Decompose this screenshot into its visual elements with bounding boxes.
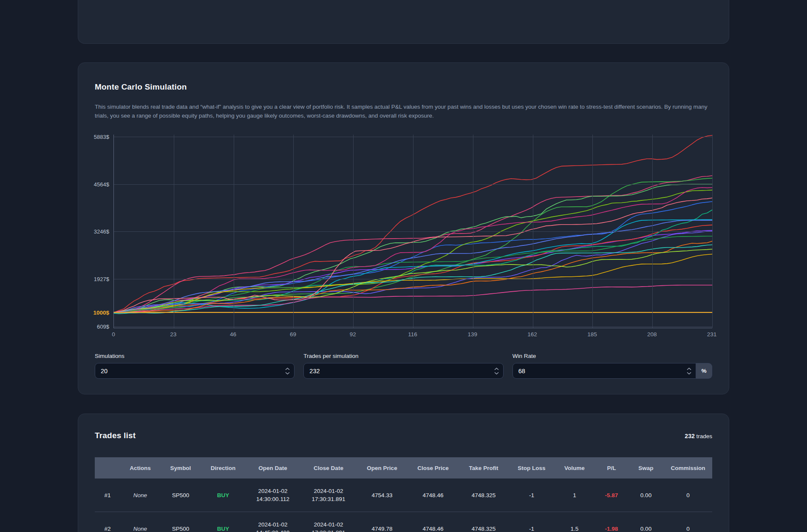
x-tick-label: 116 — [408, 331, 417, 338]
column-header: Swap — [629, 465, 663, 471]
row-id: #1 — [95, 491, 120, 499]
x-tick-label: 208 — [647, 331, 657, 338]
x-tick-label: 69 — [290, 331, 296, 338]
x-tick-label: 23 — [170, 331, 176, 338]
swap-cell: 0.00 — [629, 525, 663, 532]
chevron-down-icon — [687, 372, 691, 374]
take-profit-cell: 4748.325 — [459, 525, 509, 532]
y-tick-label: 609$ — [97, 324, 109, 330]
open-price-cell: 4749.78 — [357, 525, 408, 532]
chevron-up-icon — [285, 368, 290, 370]
chevron-up-icon — [494, 368, 499, 370]
close-price-cell: 4748.46 — [408, 525, 459, 532]
win-rate-input[interactable] — [513, 363, 696, 379]
column-header: Open Price — [357, 465, 408, 471]
open-price-cell: 4754.33 — [357, 491, 408, 499]
simulation-inputs: Simulations Trades per simulation — [95, 353, 712, 379]
column-header: Stop Loss — [509, 465, 555, 471]
column-header: Take Profit — [459, 465, 509, 471]
horizontal-gridline — [114, 137, 712, 137]
swap-cell: 0.00 — [629, 491, 663, 499]
chevron-up-icon — [687, 368, 691, 370]
y-tick-label: 5883$ — [94, 133, 109, 140]
previous-card-partial — [78, 0, 729, 44]
trades-count: 232 trades — [685, 433, 712, 439]
trades-list-header: Trades list 232 trades — [95, 431, 712, 440]
simulations-field: Simulations — [95, 353, 294, 379]
horizontal-gridline — [114, 184, 712, 185]
trades-per-simulation-control — [303, 363, 503, 379]
open-date-cell: 2024-01-0214:45:00.400 — [245, 521, 300, 532]
stop-loss-cell: -1 — [509, 525, 555, 532]
trades-count-number: 232 — [685, 433, 694, 439]
simulations-control — [95, 363, 294, 379]
table-row: #2NoneSP500BUY2024-01-0214:45:00.4002024… — [95, 512, 712, 532]
x-tick-label: 92 — [350, 331, 356, 338]
trades-list-card: Trades list 232 trades ActionsSymbolDire… — [78, 414, 729, 532]
close-price-cell: 4748.46 — [408, 491, 459, 499]
x-tick-label: 46 — [230, 331, 236, 338]
simulations-stepper[interactable] — [285, 368, 290, 374]
monte-carlo-description: This simulator blends real trade data an… — [95, 103, 712, 120]
take-profit-cell: 4748.325 — [459, 491, 509, 499]
symbol-cell: SP500 — [160, 491, 201, 499]
trades-per-simulation-stepper[interactable] — [494, 368, 499, 374]
y-axis-labels: 5883$4564$3246$1927$1000$609$ — [95, 135, 112, 328]
vertical-gridline — [712, 135, 713, 328]
column-header: Symbol — [160, 465, 201, 471]
trades-per-simulation-field: Trades per simulation — [303, 353, 503, 379]
win-rate-label: Win Rate — [513, 353, 712, 359]
y-tick-label: 4564$ — [94, 181, 109, 187]
commission-cell: 0 — [663, 525, 713, 532]
percent-addon: % — [696, 363, 712, 379]
column-header: Close Date — [300, 465, 357, 471]
win-rate-field: Win Rate % — [513, 353, 712, 379]
column-header: P/L — [595, 465, 629, 471]
x-tick-label: 0 — [112, 331, 115, 338]
close-date-cell: 2024-01-0217:30:31.891 — [300, 521, 357, 532]
x-tick-label: 162 — [527, 331, 537, 338]
table-row: #1NoneSP500BUY2024-01-0214:30:00.1122024… — [95, 479, 712, 512]
actions-cell: None — [120, 525, 160, 532]
column-header: Actions — [120, 465, 160, 471]
symbol-cell: SP500 — [160, 525, 201, 532]
simulations-input[interactable] — [95, 363, 294, 379]
trades-table-header-row: ActionsSymbolDirectionOpen DateClose Dat… — [95, 457, 712, 479]
win-rate-stepper[interactable] — [687, 368, 691, 374]
x-tick-label: 139 — [468, 331, 478, 338]
chevron-down-icon — [285, 372, 290, 374]
y-tick-label: 1927$ — [94, 276, 109, 282]
column-header: Close Price — [408, 465, 459, 471]
column-header: Direction — [201, 465, 245, 471]
trades-per-simulation-input[interactable] — [303, 363, 503, 379]
row-id: #2 — [95, 525, 120, 532]
simulations-label: Simulations — [95, 353, 294, 359]
win-rate-control: % — [513, 363, 712, 379]
close-date-cell: 2024-01-0217:30:31.891 — [300, 487, 357, 503]
stop-loss-cell: -1 — [509, 491, 555, 499]
chart-plot-area — [113, 135, 712, 328]
direction-cell: BUY — [201, 525, 245, 532]
trades-count-suffix: trades — [695, 433, 712, 439]
column-header: Open Date — [245, 465, 300, 471]
trades-per-simulation-label: Trades per simulation — [303, 353, 503, 359]
monte-carlo-chart: 5883$4564$3246$1927$1000$609$ 0234669921… — [95, 135, 712, 341]
trades-list-title: Trades list — [95, 431, 136, 440]
x-tick-label: 185 — [587, 331, 597, 338]
y-tick-baseline-label: 1000$ — [93, 309, 109, 315]
column-header: Volume — [555, 465, 595, 471]
volume-cell: 1 — [555, 491, 595, 499]
x-tick-label: 231 — [707, 331, 717, 338]
chevron-down-icon — [494, 372, 499, 374]
monte-carlo-title: Monte Carlo Simulation — [95, 82, 712, 92]
open-date-cell: 2024-01-0214:30:00.112 — [245, 487, 300, 503]
actions-cell: None — [120, 491, 160, 499]
trades-table: ActionsSymbolDirectionOpen DateClose Dat… — [95, 457, 712, 532]
column-header: Commission — [663, 465, 713, 471]
horizontal-gridline — [114, 231, 712, 232]
monte-carlo-card: Monte Carlo Simulation This simulator bl… — [78, 62, 729, 394]
volume-cell: 1.5 — [555, 525, 595, 532]
horizontal-gridline — [114, 279, 712, 279]
horizontal-gridline — [114, 327, 712, 327]
page: Monte Carlo Simulation This simulator bl… — [78, 0, 729, 532]
